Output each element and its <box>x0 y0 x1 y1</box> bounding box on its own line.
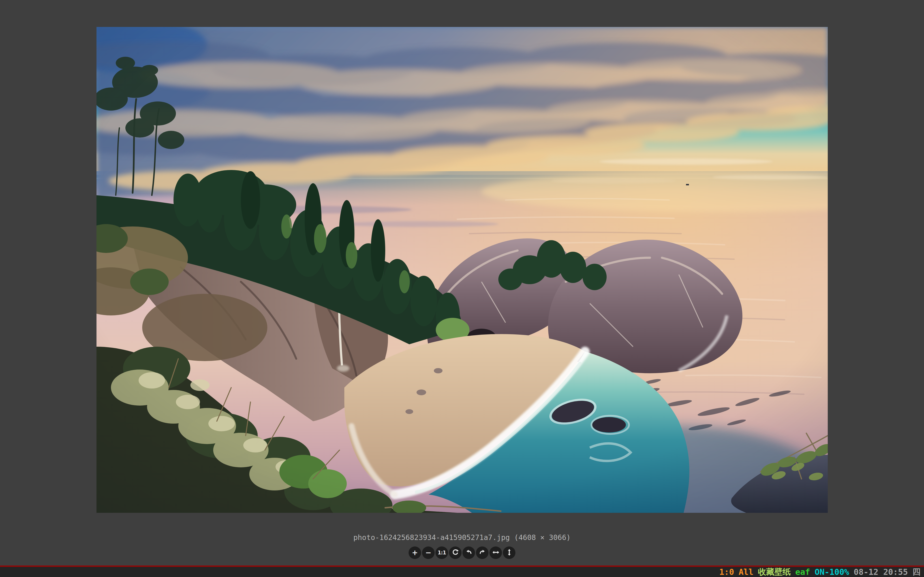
toolbar: + − 1:1 <box>409 546 515 559</box>
flip-vertical-button[interactable] <box>503 546 515 559</box>
one-to-one-icon: 1:1 <box>438 550 446 555</box>
rotate-clockwise-button[interactable] <box>449 546 462 559</box>
rotate-clockwise-icon <box>452 549 459 557</box>
flip-horizontal-icon <box>492 549 499 557</box>
zoom-out-button[interactable]: − <box>422 546 435 559</box>
status-datetime: 08-12 20:55 <box>854 567 908 577</box>
minus-icon: − <box>425 549 431 556</box>
rotate-right-button[interactable] <box>476 546 488 559</box>
rotate-right-icon <box>478 549 486 557</box>
status-weekday: 四 <box>913 566 921 577</box>
rotate-left-button[interactable] <box>462 546 475 559</box>
actual-size-button[interactable]: 1:1 <box>436 546 448 559</box>
photo <box>97 27 828 513</box>
flip-horizontal-button[interactable] <box>489 546 502 559</box>
photo-illustration <box>97 27 828 513</box>
zoom-in-button[interactable]: + <box>409 546 421 559</box>
status-bar: 1:0 All 收藏壁纸 eaf ON-100% 08-12 20:55 四 <box>0 567 924 577</box>
flip-vertical-icon <box>506 549 513 557</box>
rotate-left-icon <box>465 549 473 557</box>
status-buffer-name: 收藏壁纸 <box>758 566 791 577</box>
status-battery: ON-100% <box>815 567 849 577</box>
photo-caption: photo-1624256823934-a415905271a7.jpg (46… <box>0 533 924 542</box>
status-position: 1:0 <box>719 567 734 577</box>
plus-icon: + <box>412 549 418 556</box>
status-scroll: All <box>739 567 753 577</box>
status-mode: eaf <box>795 567 810 577</box>
screen: photo-1624256823934-a415905271a7.jpg (46… <box>0 0 924 577</box>
